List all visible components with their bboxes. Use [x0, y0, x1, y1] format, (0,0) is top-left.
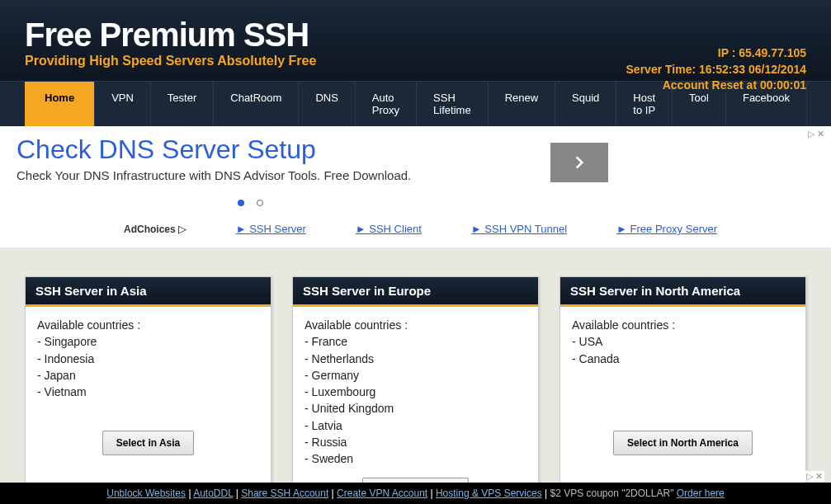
nav-item-squid[interactable]: Squid — [555, 82, 616, 126]
country-item: - Canada — [572, 351, 794, 367]
server-card: SSH Server in EuropeAvailable countries … — [292, 276, 539, 497]
chevron-right-icon — [571, 154, 588, 171]
countries-heading: Available countries : — [305, 317, 526, 333]
adchoices-icon: ▷ — [178, 223, 187, 235]
bottom-link-unblock[interactable]: Unblock Websites — [106, 488, 186, 499]
countries-heading: Available countries : — [37, 317, 259, 333]
country-item: - Japan — [37, 367, 259, 384]
adchoices-label[interactable]: AdChoices▷ — [124, 223, 187, 235]
card-body: Available countries :- USA- Canada — [560, 307, 805, 431]
server-time: Server Time: 16:52:33 06/12/2014 — [626, 62, 806, 78]
select-region-button[interactable]: Select in North America — [613, 431, 753, 455]
sponsored-link-free-proxy-server[interactable]: ► Free Proxy Server — [616, 223, 717, 235]
ad-next-arrow[interactable] — [550, 143, 608, 182]
server-info: IP : 65.49.77.105 Server Time: 16:52:33 … — [626, 45, 806, 94]
card-body: Available countries :- Singapore- Indone… — [26, 307, 271, 431]
server-card: SSH Server in North AmericaAvailable cou… — [560, 276, 806, 497]
nav-item-renew[interactable]: Renew — [489, 82, 555, 126]
country-item: - Netherlands — [305, 351, 526, 367]
sponsored-link-ssh-server[interactable]: ► SSH Server — [236, 223, 306, 235]
countries-heading: Available countries : — [572, 317, 794, 333]
country-item: - USA — [572, 333, 794, 350]
ad-title[interactable]: Check DNS Server Setup — [17, 134, 814, 165]
nav-item-home[interactable]: Home — [25, 82, 95, 126]
adchoices-row: AdChoices▷ ► SSH Server ► SSH Client ► S… — [0, 218, 831, 247]
country-item: - United Kingdom — [305, 400, 526, 417]
card-header: SSH Server in Europe — [293, 277, 538, 307]
nav-item-tester[interactable]: Tester — [151, 82, 214, 126]
server-card: SSH Server in AsiaAvailable countries :-… — [25, 276, 271, 497]
bottom-link-hosting-vps[interactable]: Hosting & VPS Services — [436, 488, 542, 499]
bottom-link-share-ssh[interactable]: Share SSH Account — [241, 488, 328, 499]
dot-inactive[interactable] — [257, 200, 263, 206]
bottom-link-autoddl[interactable]: AutoDDL — [193, 488, 233, 499]
sponsored-link-ssh-client[interactable]: ► SSH Client — [356, 223, 422, 235]
card-body: Available countries :- France- Netherlan… — [293, 307, 538, 478]
bottom-link-order[interactable]: Order here — [677, 488, 725, 499]
country-item: - Indonesia — [37, 351, 259, 367]
ip-address: IP : 65.49.77.105 — [626, 45, 806, 62]
country-item: - Singapore — [37, 333, 259, 350]
nav-item-dns[interactable]: DNS — [299, 82, 355, 126]
country-item: - Latvia — [305, 417, 526, 434]
ad-subtitle: Check Your DNS Infrastructure with DNS A… — [17, 168, 814, 182]
ad-pagination-dots — [0, 195, 814, 210]
nav-item-auto-proxy[interactable]: Auto Proxy — [356, 82, 417, 126]
server-cards-row: SSH Server in AsiaAvailable countries :-… — [0, 247, 831, 504]
dot-active[interactable] — [238, 200, 244, 206]
ad-banner: ▷ ✕ Check DNS Server Setup Check Your DN… — [0, 126, 831, 218]
country-item: - Luxembourg — [305, 384, 526, 400]
nav-item-ssh-lifetime[interactable]: SSH Lifetime — [417, 82, 489, 126]
bottom-bar: ▷ ✕ Unblock Websites | AutoDDL | Share S… — [0, 483, 831, 504]
card-header: SSH Server in North America — [560, 277, 805, 307]
country-item: - Russia — [305, 434, 526, 450]
bottom-link-create-vpn[interactable]: Create VPN Account — [337, 488, 427, 499]
country-item: - Vietnam — [37, 384, 259, 400]
country-item: - Sweden — [305, 450, 526, 467]
account-reset: Account Reset at 00:00:01 — [626, 78, 806, 94]
bottom-ad-close-icon[interactable]: ▷ ✕ — [805, 471, 824, 482]
nav-item-chatroom[interactable]: ChatRoom — [214, 82, 299, 126]
ad-close-icon[interactable]: ▷ ✕ — [808, 129, 824, 139]
card-header: SSH Server in Asia — [26, 277, 271, 307]
country-item: - France — [305, 333, 526, 350]
bottom-coupon-text: $2 VPS coupon "2DOLLAR" — [550, 488, 673, 499]
site-header: Free Premium SSH Providing High Speed Se… — [0, 0, 831, 81]
country-item: - Germany — [305, 367, 526, 384]
sponsored-link-ssh-vpn-tunnel[interactable]: ► SSH VPN Tunnel — [471, 223, 567, 235]
select-region-button[interactable]: Select in Asia — [102, 431, 195, 455]
nav-item-vpn[interactable]: VPN — [95, 82, 151, 126]
